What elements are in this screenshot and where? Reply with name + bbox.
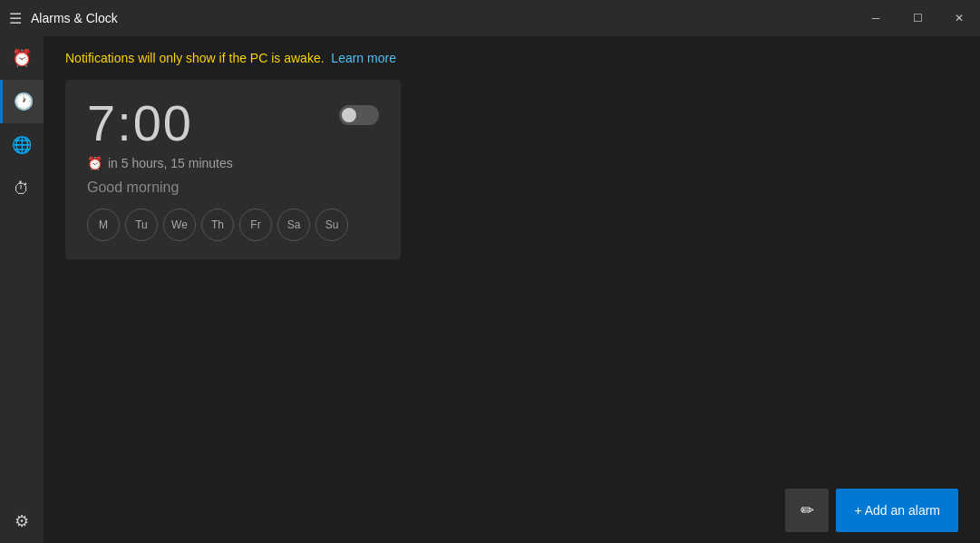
alarm-card: 7:00 ⏰ in 5 hours, 15 minutes Good morni… [65, 80, 401, 259]
alarm-info: ⏰ in 5 hours, 15 minutes [87, 156, 379, 170]
add-alarm-button[interactable]: + Add an alarm [836, 489, 958, 532]
title-bar-left: ☰ Alarms & Clock [0, 10, 118, 27]
add-alarm-label: + Add an alarm [854, 503, 940, 518]
learn-more-link[interactable]: Learn more [331, 51, 396, 65]
alarm-icon: ⏰ [12, 48, 32, 68]
sidebar-item-world[interactable]: 🌐 [0, 123, 44, 167]
day-tuesday[interactable]: Tu [125, 208, 158, 241]
content-area: Notifications will only show if the PC i… [44, 36, 980, 543]
title-bar: ☰ Alarms & Clock ─ ☐ ✕ [0, 0, 980, 36]
sidebar-item-alarm[interactable]: ⏰ [0, 36, 44, 80]
day-wednesday[interactable]: We [163, 208, 196, 241]
day-sunday[interactable]: Su [315, 208, 348, 241]
day-friday[interactable]: Fr [239, 208, 272, 241]
edit-icon: ✏ [800, 500, 814, 520]
app-title: Alarms & Clock [31, 11, 118, 25]
notification-text: Notifications will only show if the PC i… [65, 51, 325, 65]
close-button[interactable]: ✕ [938, 0, 980, 36]
sidebar: ⏰ 🕐 🌐 ⏱ ⚙ [0, 36, 44, 543]
sidebar-item-clock[interactable]: 🕐 [0, 80, 44, 123]
alarm-toggle[interactable] [339, 105, 379, 125]
notification-bar: Notifications will only show if the PC i… [65, 51, 958, 65]
day-saturday[interactable]: Sa [277, 208, 310, 241]
sidebar-item-settings[interactable]: ⚙ [0, 499, 44, 543]
window-controls: ─ ☐ ✕ [855, 0, 980, 36]
bottom-action-bar: ✏ + Add an alarm [44, 478, 980, 543]
day-thursday[interactable]: Th [201, 208, 234, 241]
main-layout: ⏰ 🕐 🌐 ⏱ ⚙ Notifications will only show i… [0, 36, 980, 543]
toggle-knob [342, 108, 356, 122]
sidebar-item-stopwatch[interactable]: ⏱ [0, 167, 44, 210]
maximize-button[interactable]: ☐ [897, 0, 938, 36]
minimize-button[interactable]: ─ [855, 0, 897, 36]
alarm-clock-icon: ⏰ [87, 156, 102, 170]
alarm-name: Good morning [87, 179, 379, 196]
day-buttons: M Tu We Th Fr Sa Su [87, 208, 379, 241]
alarm-card-header: 7:00 [87, 98, 379, 149]
hamburger-icon[interactable]: ☰ [9, 10, 22, 27]
day-monday[interactable]: M [87, 208, 120, 241]
settings-icon: ⚙ [15, 511, 29, 531]
world-icon: 🌐 [12, 135, 32, 155]
alarm-countdown: in 5 hours, 15 minutes [108, 156, 233, 170]
stopwatch-icon: ⏱ [14, 179, 30, 199]
alarm-time: 7:00 [87, 98, 193, 149]
clock-icon: 🕐 [14, 92, 34, 112]
edit-button[interactable]: ✏ [785, 489, 829, 532]
